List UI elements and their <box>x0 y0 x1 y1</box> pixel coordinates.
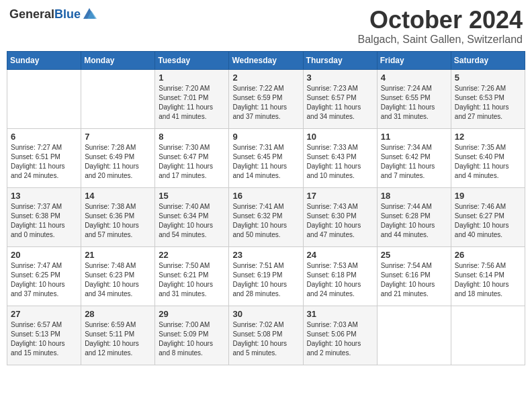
day-content: Sunrise: 7:38 AM Sunset: 6:36 PM Dayligh… <box>85 202 151 240</box>
day-content: Sunrise: 7:02 AM Sunset: 5:08 PM Dayligh… <box>232 320 299 358</box>
day-content: Sunrise: 7:31 AM Sunset: 6:45 PM Dayligh… <box>232 143 299 181</box>
weekday-header-row: SundayMondayTuesdayWednesdayThursdayFrid… <box>7 51 525 69</box>
logo: GeneralBlue <box>9 7 97 21</box>
calendar-cell <box>451 306 525 365</box>
day-number: 30 <box>232 309 299 319</box>
calendar-cell: 25Sunrise: 7:54 AM Sunset: 6:16 PM Dayli… <box>377 246 451 306</box>
calendar-cell: 13Sunrise: 7:37 AM Sunset: 6:38 PM Dayli… <box>7 187 81 246</box>
day-number: 26 <box>455 250 521 260</box>
day-content: Sunrise: 7:03 AM Sunset: 5:06 PM Dayligh… <box>307 320 373 358</box>
day-content: Sunrise: 7:35 AM Sunset: 6:40 PM Dayligh… <box>455 143 521 181</box>
calendar-cell: 22Sunrise: 7:50 AM Sunset: 6:21 PM Dayli… <box>155 246 229 306</box>
day-number: 18 <box>381 191 447 201</box>
calendar-cell: 18Sunrise: 7:44 AM Sunset: 6:28 PM Dayli… <box>377 187 451 246</box>
location: Balgach, Saint Gallen, Switzerland <box>358 34 523 46</box>
day-number: 14 <box>85 191 151 201</box>
weekday-header-monday: Monday <box>81 51 155 69</box>
day-content: Sunrise: 7:24 AM Sunset: 6:55 PM Dayligh… <box>381 84 447 122</box>
calendar-cell: 23Sunrise: 7:51 AM Sunset: 6:19 PM Dayli… <box>229 246 303 306</box>
day-content: Sunrise: 7:23 AM Sunset: 6:57 PM Dayligh… <box>307 84 373 122</box>
calendar-cell: 16Sunrise: 7:41 AM Sunset: 6:32 PM Dayli… <box>229 187 303 246</box>
day-number: 13 <box>11 191 77 201</box>
day-number: 16 <box>232 191 299 201</box>
calendar-cell: 15Sunrise: 7:40 AM Sunset: 6:34 PM Dayli… <box>155 187 229 246</box>
calendar-cell <box>81 69 155 128</box>
day-content: Sunrise: 7:43 AM Sunset: 6:30 PM Dayligh… <box>307 202 373 240</box>
day-content: Sunrise: 7:41 AM Sunset: 6:32 PM Dayligh… <box>232 202 299 240</box>
day-number: 9 <box>232 132 299 142</box>
calendar-cell: 11Sunrise: 7:34 AM Sunset: 6:42 PM Dayli… <box>377 128 451 187</box>
day-content: Sunrise: 7:33 AM Sunset: 6:43 PM Dayligh… <box>307 143 373 181</box>
day-number: 12 <box>455 132 521 142</box>
day-content: Sunrise: 7:47 AM Sunset: 6:25 PM Dayligh… <box>11 261 77 299</box>
calendar-cell: 3Sunrise: 7:23 AM Sunset: 6:57 PM Daylig… <box>303 69 377 128</box>
day-number: 20 <box>11 250 77 260</box>
day-content: Sunrise: 7:28 AM Sunset: 6:49 PM Dayligh… <box>85 143 151 181</box>
calendar-cell: 14Sunrise: 7:38 AM Sunset: 6:36 PM Dayli… <box>81 187 155 246</box>
calendar-cell: 26Sunrise: 7:56 AM Sunset: 6:14 PM Dayli… <box>451 246 525 306</box>
day-content: Sunrise: 7:56 AM Sunset: 6:14 PM Dayligh… <box>455 261 521 299</box>
day-number: 3 <box>307 73 373 83</box>
day-number: 27 <box>11 309 77 319</box>
day-content: Sunrise: 7:51 AM Sunset: 6:19 PM Dayligh… <box>232 261 299 299</box>
day-number: 22 <box>159 250 225 260</box>
logo-icon <box>82 7 97 21</box>
day-content: Sunrise: 7:50 AM Sunset: 6:21 PM Dayligh… <box>159 261 225 299</box>
weekday-header-thursday: Thursday <box>303 51 377 69</box>
day-content: Sunrise: 7:30 AM Sunset: 6:47 PM Dayligh… <box>159 143 225 181</box>
day-number: 19 <box>455 191 521 201</box>
weekday-header-sunday: Sunday <box>7 51 81 69</box>
calendar-cell: 7Sunrise: 7:28 AM Sunset: 6:49 PM Daylig… <box>81 128 155 187</box>
day-content: Sunrise: 7:34 AM Sunset: 6:42 PM Dayligh… <box>381 143 447 181</box>
calendar-cell: 24Sunrise: 7:53 AM Sunset: 6:18 PM Dayli… <box>303 246 377 306</box>
day-number: 29 <box>159 309 225 319</box>
day-content: Sunrise: 7:53 AM Sunset: 6:18 PM Dayligh… <box>307 261 373 299</box>
calendar-cell: 21Sunrise: 7:48 AM Sunset: 6:23 PM Dayli… <box>81 246 155 306</box>
day-number: 1 <box>159 73 225 83</box>
calendar-cell: 6Sunrise: 7:27 AM Sunset: 6:51 PM Daylig… <box>7 128 81 187</box>
title-section: October 2024 Balgach, Saint Gallen, Swit… <box>358 7 523 46</box>
day-content: Sunrise: 7:26 AM Sunset: 6:53 PM Dayligh… <box>455 84 521 122</box>
day-number: 28 <box>85 309 151 319</box>
day-number: 8 <box>159 132 225 142</box>
calendar-cell: 1Sunrise: 7:20 AM Sunset: 7:01 PM Daylig… <box>155 69 229 128</box>
page-header: GeneralBlue October 2024 Balgach, Saint … <box>7 7 525 46</box>
day-number: 25 <box>381 250 447 260</box>
day-content: Sunrise: 7:48 AM Sunset: 6:23 PM Dayligh… <box>85 261 151 299</box>
day-number: 6 <box>11 132 77 142</box>
day-content: Sunrise: 7:37 AM Sunset: 6:38 PM Dayligh… <box>11 202 77 240</box>
day-number: 24 <box>307 250 373 260</box>
weekday-header-saturday: Saturday <box>451 51 525 69</box>
calendar-cell: 9Sunrise: 7:31 AM Sunset: 6:45 PM Daylig… <box>229 128 303 187</box>
day-number: 4 <box>381 73 447 83</box>
weekday-header-friday: Friday <box>377 51 451 69</box>
day-number: 10 <box>307 132 373 142</box>
day-number: 11 <box>381 132 447 142</box>
day-number: 15 <box>159 191 225 201</box>
day-content: Sunrise: 6:57 AM Sunset: 5:13 PM Dayligh… <box>11 320 77 358</box>
calendar-cell: 30Sunrise: 7:02 AM Sunset: 5:08 PM Dayli… <box>229 306 303 365</box>
calendar-cell: 10Sunrise: 7:33 AM Sunset: 6:43 PM Dayli… <box>303 128 377 187</box>
day-number: 2 <box>232 73 299 83</box>
calendar-cell: 29Sunrise: 7:00 AM Sunset: 5:09 PM Dayli… <box>155 306 229 365</box>
calendar-cell: 12Sunrise: 7:35 AM Sunset: 6:40 PM Dayli… <box>451 128 525 187</box>
weekday-header-wednesday: Wednesday <box>229 51 303 69</box>
day-content: Sunrise: 7:20 AM Sunset: 7:01 PM Dayligh… <box>159 84 225 122</box>
week-row-1: 6Sunrise: 7:27 AM Sunset: 6:51 PM Daylig… <box>7 128 525 187</box>
day-number: 17 <box>307 191 373 201</box>
weekday-header-tuesday: Tuesday <box>155 51 229 69</box>
day-number: 7 <box>85 132 151 142</box>
day-content: Sunrise: 7:00 AM Sunset: 5:09 PM Dayligh… <box>159 320 225 358</box>
calendar-cell: 17Sunrise: 7:43 AM Sunset: 6:30 PM Dayli… <box>303 187 377 246</box>
calendar-cell: 4Sunrise: 7:24 AM Sunset: 6:55 PM Daylig… <box>377 69 451 128</box>
calendar-cell <box>7 69 81 128</box>
day-content: Sunrise: 7:22 AM Sunset: 6:59 PM Dayligh… <box>232 84 299 122</box>
calendar-cell: 8Sunrise: 7:30 AM Sunset: 6:47 PM Daylig… <box>155 128 229 187</box>
week-row-0: 1Sunrise: 7:20 AM Sunset: 7:01 PM Daylig… <box>7 69 525 128</box>
week-row-2: 13Sunrise: 7:37 AM Sunset: 6:38 PM Dayli… <box>7 187 525 246</box>
calendar-cell: 5Sunrise: 7:26 AM Sunset: 6:53 PM Daylig… <box>451 69 525 128</box>
calendar-cell: 2Sunrise: 7:22 AM Sunset: 6:59 PM Daylig… <box>229 69 303 128</box>
calendar-table: SundayMondayTuesdayWednesdayThursdayFrid… <box>7 51 525 365</box>
day-content: Sunrise: 7:54 AM Sunset: 6:16 PM Dayligh… <box>381 261 447 299</box>
logo-general-text: GeneralBlue <box>9 7 81 21</box>
